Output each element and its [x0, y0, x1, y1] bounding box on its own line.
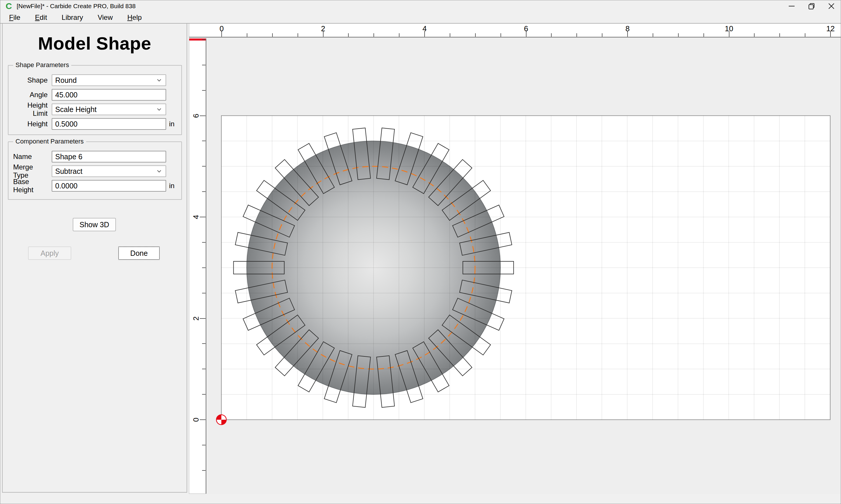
base-height-unit-label: in: [166, 182, 177, 190]
ruler-tick: [200, 419, 206, 420]
model-shape-panel: Model Shape Shape Parameters Shape Round…: [2, 24, 187, 493]
shape-parameters-legend: Shape Parameters: [13, 61, 71, 69]
ruler-label: 2: [314, 24, 332, 33]
ruler-tick: [577, 33, 577, 37]
component-parameters-legend: Component Parameters: [13, 138, 86, 145]
ruler-tick: [202, 242, 206, 243]
ruler-tick: [399, 33, 399, 37]
title-bar: C [NewFile]* - Carbide Create PRO, Build…: [0, 0, 841, 12]
menu-library[interactable]: Library: [57, 12, 87, 23]
base-height-input[interactable]: [52, 180, 166, 192]
ruler-tick: [202, 293, 206, 293]
menu-file[interactable]: File: [5, 12, 24, 23]
ruler-tick: [247, 33, 247, 37]
ruler-tick: [297, 33, 298, 37]
ruler-tick: [754, 33, 755, 37]
height-unit-label: in: [166, 120, 177, 128]
vertical-ruler: 0246: [189, 38, 206, 494]
minimize-button[interactable]: [782, 0, 802, 12]
chevron-down-icon: [156, 77, 162, 83]
window-controls: [782, 0, 841, 12]
ruler-tick: [348, 33, 349, 37]
ruler-tick: [202, 39, 206, 40]
ruler-label: 12: [822, 24, 839, 33]
ruler-tick: [779, 33, 780, 37]
ruler-tick: [202, 343, 206, 344]
horizontal-ruler: 024681012: [189, 24, 841, 38]
close-button[interactable]: [821, 0, 841, 12]
app-logo-icon: C: [4, 2, 13, 11]
ruler-tick: [805, 33, 805, 37]
name-input[interactable]: [52, 151, 166, 162]
ruler-tick: [450, 33, 450, 37]
ruler-label: 2: [192, 313, 200, 324]
ruler-label: 6: [517, 24, 535, 33]
ruler-tick: [202, 268, 206, 268]
angle-label: Angle: [13, 91, 52, 99]
menu-view[interactable]: View: [93, 12, 117, 23]
ruler-tick: [475, 33, 476, 37]
ruler-tick: [653, 33, 653, 37]
ruler-tick: [200, 318, 206, 319]
ruler-tick: [202, 445, 206, 445]
ruler-tick: [602, 33, 602, 37]
ruler-label: 8: [619, 24, 636, 33]
menu-help[interactable]: Help: [123, 12, 146, 23]
ruler-label: 0: [192, 414, 200, 426]
ruler-label: 4: [416, 24, 433, 33]
height-label: Height: [13, 120, 52, 128]
shape-label: Shape: [13, 76, 52, 84]
ruler-label: 6: [192, 110, 200, 122]
ruler-label: 10: [720, 24, 738, 33]
restore-button[interactable]: [802, 0, 821, 12]
ruler-tick: [678, 33, 679, 37]
ruler-tick: [200, 115, 206, 116]
ruler-label: 0: [213, 24, 230, 33]
done-button[interactable]: Done: [118, 247, 160, 260]
angle-input[interactable]: [52, 89, 166, 101]
height-limit-label: Height Limit: [13, 101, 52, 118]
page-title: Model Shape: [3, 33, 187, 54]
ruler-tick: [202, 90, 206, 91]
minimize-icon: [787, 1, 796, 11]
merge-type-label: Merge Type: [13, 163, 52, 179]
ruler-label: 4: [192, 211, 200, 223]
ruler-tick: [202, 470, 206, 471]
menu-edit[interactable]: Edit: [31, 12, 51, 23]
shape-parameters-group: Shape Parameters Shape Round Angle Heigh…: [8, 65, 182, 135]
design-canvas[interactable]: [208, 38, 841, 494]
origin-marker: [217, 415, 226, 425]
ruler-tick: [703, 33, 704, 37]
component-parameters-group: Component Parameters Name Merge Type Sub…: [8, 142, 182, 200]
height-limit-select[interactable]: Scale Height: [52, 104, 166, 115]
ruler-tick: [374, 33, 374, 37]
ruler-tick: [551, 33, 552, 37]
menu-bar: File Edit Library View Help: [0, 12, 841, 23]
chevron-down-icon: [156, 168, 162, 174]
ruler-tick: [202, 369, 206, 369]
apply-button[interactable]: Apply: [28, 247, 71, 260]
ruler-tick: [202, 141, 206, 141]
base-height-label: Base Height: [13, 178, 52, 194]
shape-select[interactable]: Round: [52, 74, 166, 86]
ruler-tick: [200, 217, 206, 217]
ruler-tick: [272, 33, 273, 37]
merge-type-select[interactable]: Subtract: [52, 165, 166, 177]
restore-icon: [807, 1, 817, 11]
ruler-tick: [202, 394, 206, 395]
name-label: Name: [13, 152, 52, 161]
show-3d-button[interactable]: Show 3D: [73, 218, 116, 231]
app-window: { "window": { "title": "[NewFile]* - Car…: [0, 0, 841, 504]
chevron-down-icon: [156, 106, 162, 112]
close-icon: [826, 1, 836, 11]
ruler-tick: [202, 166, 206, 166]
window-title: [NewFile]* - Carbide Create PRO, Build 8…: [17, 3, 136, 10]
ruler-tick: [500, 33, 501, 37]
ruler-tick: [202, 191, 206, 192]
height-input[interactable]: [52, 118, 166, 130]
ruler-tick: [202, 65, 206, 65]
